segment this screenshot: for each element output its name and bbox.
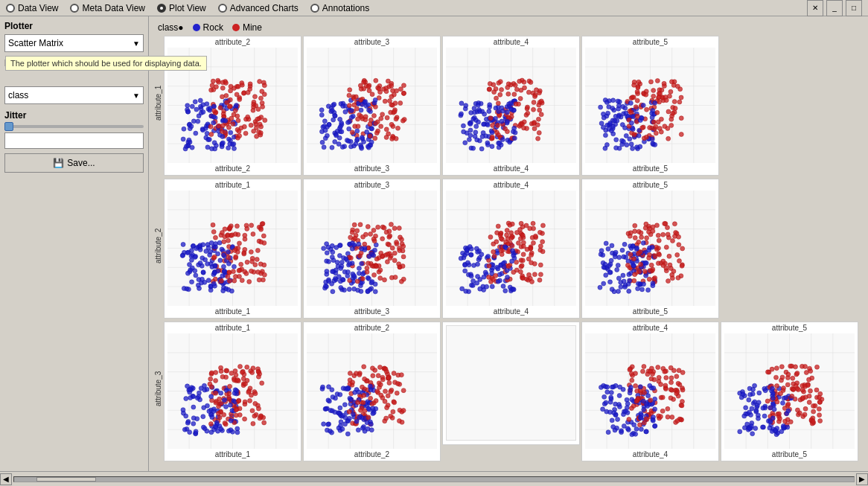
scatter-canvas <box>307 48 437 163</box>
scatter-xlabel-bottom: attribute_3 <box>304 163 440 175</box>
plotter-value: Scatter Matrix <box>8 38 63 48</box>
scatter-plot: attribute_5attribute_5 <box>581 36 719 176</box>
scatter-plot <box>442 322 580 445</box>
scatter-canvas <box>167 191 298 306</box>
legend-label-rock: Rock <box>203 22 223 33</box>
scatter-xlabel-top: attribute_1 <box>165 322 301 333</box>
scatter-canvas <box>724 333 855 449</box>
legend: class● Rock Mine <box>152 19 865 36</box>
scatter-plot: attribute_1attribute_1 <box>164 179 301 319</box>
nav-meta-data-view-label: Meta Data View <box>82 3 145 13</box>
radio-meta-data-view[interactable] <box>70 4 79 13</box>
scatter-row: attribute_1attribute_2attribute_2attribu… <box>152 36 865 176</box>
radio-plot-view[interactable] <box>157 4 166 13</box>
scatter-ylabel: attribute_3 <box>152 322 164 455</box>
scatter-xlabel-bottom: attribute_4 <box>443 306 579 318</box>
scatter-xlabel-bottom: attribute_1 <box>165 449 301 461</box>
jitter-slider-track[interactable] <box>4 125 144 128</box>
radio-advanced-charts[interactable] <box>218 4 227 13</box>
radio-data-view[interactable] <box>6 4 15 13</box>
close-icon-btn[interactable]: ✕ <box>807 0 823 16</box>
scatter-plot: attribute_4attribute_4 <box>442 179 580 319</box>
scroll-thumb[interactable] <box>36 477 96 482</box>
legend-item-rock: Rock <box>193 22 223 33</box>
bottom-scrollbar: ◀ ▶ <box>0 471 868 486</box>
scatter-canvas <box>307 333 437 449</box>
plotter-dropdown[interactable]: Scatter Matrix ▼ The plotter which shoul… <box>4 34 144 52</box>
scatter-xlabel-bottom: attribute_2 <box>165 163 301 175</box>
scatter-xlabel-bottom <box>443 441 579 444</box>
scatter-xlabel-top: attribute_2 <box>165 36 301 48</box>
scatter-canvas <box>585 191 715 306</box>
scatter-xlabel-bottom: attribute_4 <box>443 163 579 175</box>
left-panel: Plotter Scatter Matrix ▼ The plotter whi… <box>0 16 149 471</box>
scatter-xlabel-bottom: attribute_2 <box>304 449 440 461</box>
plotter-label: Plotter <box>4 21 144 31</box>
nav-advanced-charts-label: Advanced Charts <box>230 3 299 13</box>
nav-annotations[interactable]: Annotations <box>310 3 369 13</box>
scatter-xlabel-bottom: attribute_1 <box>165 306 301 318</box>
scatter-matrix: attribute_1attribute_2attribute_2attribu… <box>152 36 865 461</box>
plots-dropdown[interactable]: class ▼ <box>4 86 144 104</box>
scatter-plot: attribute_4attribute_4 <box>442 36 580 176</box>
scatter-xlabel-top: attribute_1 <box>165 179 301 191</box>
scatter-row: attribute_3attribute_1attribute_1attribu… <box>152 322 865 461</box>
scatter-xlabel-bottom: attribute_5 <box>582 306 718 318</box>
scatter-canvas <box>585 48 715 163</box>
nav-data-view-label: Data View <box>18 3 58 13</box>
top-nav: Data View Meta Data View Plot View Advan… <box>0 0 868 16</box>
scatter-xlabel-bottom: attribute_4 <box>582 449 718 461</box>
radio-annotations[interactable] <box>310 4 319 13</box>
plots-value: class <box>8 90 28 100</box>
legend-item-mine: Mine <box>232 22 262 33</box>
scroll-left-btn[interactable]: ◀ <box>0 473 12 485</box>
scroll-track[interactable] <box>13 476 855 482</box>
scatter-xlabel-top: attribute_5 <box>582 36 718 48</box>
scatter-xlabel-bottom: attribute_5 <box>582 163 718 175</box>
scatter-xlabel-top: attribute_2 <box>304 322 440 333</box>
scatter-xlabel-top: attribute_5 <box>721 322 858 333</box>
jitter-slider-thumb[interactable] <box>4 122 13 131</box>
scatter-xlabel-top: attribute_3 <box>304 36 440 48</box>
nav-advanced-charts[interactable]: Advanced Charts <box>218 3 299 13</box>
save-icon: 💾 <box>53 158 64 168</box>
scatter-plot: attribute_4attribute_4 <box>581 322 719 461</box>
save-button[interactable]: 💾 Save... <box>4 153 144 173</box>
scatter-xlabel-top: attribute_3 <box>304 179 440 191</box>
scatter-canvas <box>446 191 576 306</box>
save-label: Save... <box>67 158 95 168</box>
scatter-xlabel-bottom: attribute_5 <box>721 449 858 461</box>
scatter-canvas <box>446 48 576 163</box>
scatter-xlabel-top: attribute_5 <box>582 179 718 191</box>
scatter-xlabel-top: attribute_4 <box>443 36 579 48</box>
plots-dropdown-arrow: ▼ <box>133 92 140 100</box>
jitter-slider-container <box>4 125 144 128</box>
scatter-plot: attribute_3attribute_3 <box>303 179 441 319</box>
maximize-icon-btn[interactable]: □ <box>846 0 862 16</box>
scatter-xlabel-top: attribute_4 <box>443 179 579 191</box>
legend-label-mine: Mine <box>243 22 262 33</box>
scatter-plot: attribute_1attribute_1 <box>164 322 301 461</box>
nav-annotations-label: Annotations <box>322 3 369 13</box>
chart-area[interactable]: class● Rock Mine attribute_1attribute_2a… <box>149 16 868 471</box>
scatter-ylabel: attribute_2 <box>152 179 164 313</box>
scatter-plot: attribute_2attribute_2 <box>303 322 441 461</box>
nav-data-view[interactable]: Data View <box>6 3 58 13</box>
scatter-canvas <box>307 191 437 306</box>
legend-class-label: class● <box>158 22 184 33</box>
legend-dot-mine <box>232 24 240 31</box>
plotter-dropdown-arrow: ▼ <box>133 39 140 48</box>
plotter-tooltip: The plotter which should be used for dis… <box>5 56 207 71</box>
scatter-xlabel-bottom: attribute_3 <box>304 306 440 318</box>
scatter-plot: attribute_5attribute_5 <box>581 179 719 319</box>
nav-plot-view[interactable]: Plot View <box>157 3 206 13</box>
minimize-icon-btn[interactable]: _ <box>826 0 843 16</box>
scatter-plot: attribute_5attribute_5 <box>721 322 858 461</box>
jitter-value-input[interactable] <box>4 132 144 149</box>
scatter-plot: attribute_3attribute_3 <box>303 36 441 176</box>
nav-meta-data-view[interactable]: Meta Data View <box>70 3 145 13</box>
top-icons: ✕ _ □ <box>807 0 862 16</box>
scatter-empty <box>446 325 576 441</box>
scatter-row: attribute_2attribute_1attribute_1attribu… <box>152 179 865 319</box>
scroll-right-btn[interactable]: ▶ <box>856 473 868 485</box>
